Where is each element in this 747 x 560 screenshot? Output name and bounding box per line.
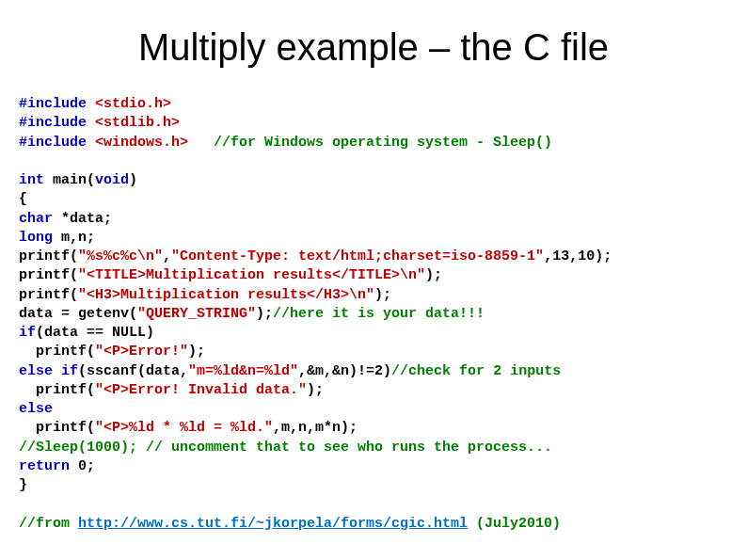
string-literal: "<P>Error!" [95, 344, 188, 360]
string-literal: "<H3>Multiplication results</H3>\n" [78, 287, 374, 303]
string-literal: "QUERY_STRING" [137, 306, 256, 322]
code-text: ); [374, 287, 391, 303]
keyword-else-if: else if [19, 363, 78, 379]
include-keyword: #include [19, 96, 87, 112]
code-text: ,m,n,m*n); [273, 420, 358, 436]
string-literal: "%s%c%c\n" [78, 248, 163, 264]
code-text: ) [129, 172, 137, 188]
keyword-char: char [19, 211, 53, 227]
code-text: printf( [19, 287, 78, 303]
brace: { [19, 191, 27, 207]
code-text: ); [307, 382, 324, 398]
comment: //here it is your data!!! [273, 306, 485, 322]
keyword-return: return [19, 458, 70, 474]
code-text: ); [425, 267, 442, 283]
string-literal: "<TITLE>Multiplication results</TITLE>\n… [78, 267, 425, 283]
code-text: ); [188, 344, 205, 360]
comment: //Sleep(1000); // uncomment that to see … [19, 440, 552, 456]
brace: } [19, 477, 27, 493]
string-literal: "Content-Type: text/html;charset=iso-885… [171, 248, 544, 264]
code-block: #include <stdio.h> #include <stdlib.h> #… [19, 95, 728, 534]
source-link[interactable]: http://www.cs.tut.fi/~jkorpela/forms/cgi… [78, 516, 468, 532]
include-header: <stdio.h> [87, 96, 171, 112]
code-text: ); [256, 306, 273, 322]
comment: //for Windows operating system - Sleep() [188, 135, 552, 151]
code-text: data = getenv( [19, 306, 137, 322]
keyword-else: else [19, 401, 53, 417]
code-text: (sscanf(data, [78, 363, 188, 379]
string-literal: "<P>Error! Invalid data." [95, 382, 307, 398]
code-text: m,n; [53, 230, 95, 246]
keyword-int: int [19, 172, 44, 188]
comment: //check for 2 inputs [391, 363, 561, 379]
code-text: *data; [53, 211, 112, 227]
comment-from-tail: (July2010) [468, 516, 561, 532]
string-literal: "<P>%ld * %ld = %ld." [95, 420, 273, 436]
code-text: printf( [19, 420, 95, 436]
code-text: printf( [19, 344, 95, 360]
code-text: main( [44, 172, 95, 188]
include-keyword: #include [19, 135, 87, 151]
comment-from: //from [19, 516, 78, 532]
code-text: ,&m,&n)!=2) [298, 363, 391, 379]
code-text: , [163, 248, 171, 264]
string-literal: "m=%ld&n=%ld" [188, 363, 298, 379]
slide-title: Multiply example – the C file [19, 26, 728, 69]
keyword-long: long [19, 230, 53, 246]
slide: Multiply example – the C file #include <… [0, 0, 747, 560]
code-text: printf( [19, 267, 78, 283]
include-header: <stdlib.h> [87, 115, 180, 131]
include-keyword: #include [19, 115, 87, 131]
code-text: ,13,10); [544, 248, 612, 264]
code-text: printf( [19, 382, 95, 398]
keyword-void: void [95, 172, 129, 188]
code-text: 0; [70, 458, 95, 474]
include-header: <windows.h> [87, 135, 188, 151]
code-text: (data == NULL) [36, 325, 154, 341]
code-text: printf( [19, 248, 78, 264]
keyword-if: if [19, 325, 36, 341]
